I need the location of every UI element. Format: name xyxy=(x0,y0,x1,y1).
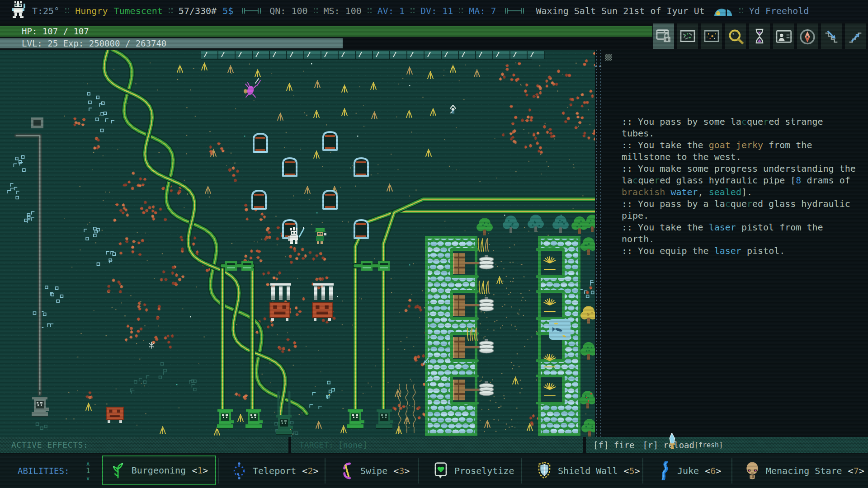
separator-icon xyxy=(169,8,173,14)
message-log-panel: ▲ ▲ :: You pass by some lacquered strang… xyxy=(595,50,868,437)
page-number: 1 xyxy=(86,467,90,474)
separator-icon xyxy=(410,8,415,14)
ability-divider xyxy=(521,458,522,483)
compass-button[interactable] xyxy=(797,23,818,49)
log-scroll-track[interactable] xyxy=(600,50,601,437)
active-effects-label: ACTIVE EFFECTS: xyxy=(11,440,88,450)
log-message: :: You take the goat jerky from the mill… xyxy=(622,139,856,163)
separator-icon xyxy=(739,8,743,14)
game-window: T:25° Hungry Tumescent 57/330# 5$ QN: 10… xyxy=(0,0,868,488)
ability-hotkey: <2> xyxy=(302,465,318,476)
teleport-icon xyxy=(231,462,247,480)
interface-lock-button[interactable] xyxy=(653,23,674,49)
look-icon xyxy=(726,27,745,45)
status-bar: T:25° Hungry Tumescent 57/330# 5$ QN: 10… xyxy=(0,0,868,22)
log-message: :: You pass by a lacquered glass hydraul… xyxy=(622,198,856,221)
ability-hotkey: <3> xyxy=(393,465,410,476)
log-message: :: You equip the laser pistol. xyxy=(622,245,856,257)
scroll-up-icon[interactable]: ▲ xyxy=(595,63,597,68)
world-map-icon xyxy=(679,27,697,45)
world-map-button[interactable] xyxy=(677,23,698,49)
ability-menacing-stare[interactable]: Menacing Stare<7> xyxy=(745,454,864,488)
ability-hotkey: <5> xyxy=(623,465,640,476)
abilities-label: ABILITIES: xyxy=(18,454,69,488)
character-sheet-button[interactable] xyxy=(773,23,794,49)
ability-hotkey: <7> xyxy=(848,465,864,476)
swipe-icon xyxy=(339,462,354,480)
proselytize-icon xyxy=(433,462,448,480)
ability-proselytize[interactable]: Proselytize xyxy=(433,454,514,488)
ability-label: Proselytize xyxy=(454,465,514,476)
page-down-icon[interactable]: ∨ xyxy=(86,474,90,482)
mouse-cursor-icon xyxy=(666,433,678,451)
stairs-up-icon xyxy=(846,27,864,45)
look-button[interactable] xyxy=(725,23,746,49)
location-name: Yd Freehold xyxy=(749,5,809,16)
interface-lock-icon xyxy=(655,27,673,45)
xp-bar: LVL: 25 Exp: 250000 / 263740 xyxy=(0,38,343,48)
stairs-up-button[interactable] xyxy=(845,23,866,49)
ability-label: Menacing Stare xyxy=(766,465,842,476)
ability-hotkey: <1> xyxy=(192,465,208,476)
ability-label: Burgeoning xyxy=(132,465,186,476)
temperature: T:25° xyxy=(32,5,59,16)
scroll-up-icon[interactable]: ▲ xyxy=(599,63,601,68)
active-effects-bar: ACTIVE EFFECTS: xyxy=(0,437,288,453)
compass-icon xyxy=(798,27,816,45)
message-log[interactable]: :: You pass by some lacquered strange tu… xyxy=(622,116,856,257)
rest-button[interactable] xyxy=(749,23,770,49)
dodge-stat: DV: 11 xyxy=(420,5,453,16)
divider-slider-icon xyxy=(504,7,525,15)
ability-hotkey: <6> xyxy=(705,465,721,476)
weapon-hint-bar: [f] fire [r] reload[fresh] xyxy=(586,437,868,453)
ability-divider xyxy=(731,458,732,483)
hunger-status: Hungry xyxy=(75,5,108,16)
hp-label: HP: 107 / 107 xyxy=(22,26,89,36)
ability-shield-wall[interactable]: Shield Wall<5> xyxy=(537,454,640,488)
stairs-down-icon xyxy=(822,27,840,45)
abilities-pager: ∧ 1 ∨ xyxy=(86,455,90,487)
map-toolbar xyxy=(653,23,866,50)
money: 5$ xyxy=(222,5,233,16)
ability-divider xyxy=(642,458,643,483)
ability-swipe[interactable]: Swipe<3> xyxy=(339,454,410,488)
target-label: TARGET: xyxy=(299,440,334,450)
fire-hint[interactable]: [f] fire xyxy=(593,440,635,450)
carry-weight: 57/330# xyxy=(179,5,217,16)
celestial-chart-icon xyxy=(703,27,721,45)
abilities-bar: ABILITIES: ∧ 1 ∨ Burgeoning<1>Teleport<2… xyxy=(0,453,868,488)
target-value: [none] xyxy=(338,440,368,450)
game-map[interactable] xyxy=(0,50,595,437)
divider-slider-icon xyxy=(241,7,262,15)
ability-divider xyxy=(418,458,419,483)
separator-icon xyxy=(459,8,463,14)
stairs-down-button[interactable] xyxy=(821,23,842,49)
ability-label: Juke xyxy=(677,465,699,476)
ability-juke[interactable]: Juke<6> xyxy=(658,454,721,488)
game-date: Waxing Salt Sun 21st of Iyur Ut xyxy=(536,5,705,16)
celestial-chart-button[interactable] xyxy=(701,23,722,49)
log-scrollbar-thumb[interactable] xyxy=(605,54,612,61)
xp-label: LVL: 25 Exp: 250000 / 263740 xyxy=(22,38,166,48)
ability-divider xyxy=(325,458,326,483)
log-scroll-track[interactable] xyxy=(596,50,597,437)
hp-bar: HP: 107 / 107 xyxy=(0,26,652,37)
ability-burgeoning[interactable]: Burgeoning<1> xyxy=(102,455,216,485)
move-speed-stat: MS: 100 xyxy=(324,5,362,16)
body-status: Tumescent xyxy=(113,5,162,16)
log-message: :: You take the laser pistol from the no… xyxy=(622,221,856,245)
shield-icon xyxy=(537,462,552,480)
character-sheet-icon xyxy=(774,27,793,45)
separator-icon xyxy=(65,8,69,14)
juke-icon xyxy=(658,461,671,480)
ability-label: Swipe xyxy=(360,465,387,476)
sprout-icon xyxy=(110,461,126,479)
ability-teleport[interactable]: Teleport<2> xyxy=(231,454,318,488)
stare-icon xyxy=(745,461,760,480)
rest-icon xyxy=(750,27,769,45)
moon-phase-icon xyxy=(713,4,733,18)
log-message: :: You pass by some lacquered strange tu… xyxy=(622,116,856,139)
separator-icon xyxy=(368,8,372,14)
mental-armor-stat: MA: 7 xyxy=(469,5,496,16)
separator-icon xyxy=(314,8,318,14)
